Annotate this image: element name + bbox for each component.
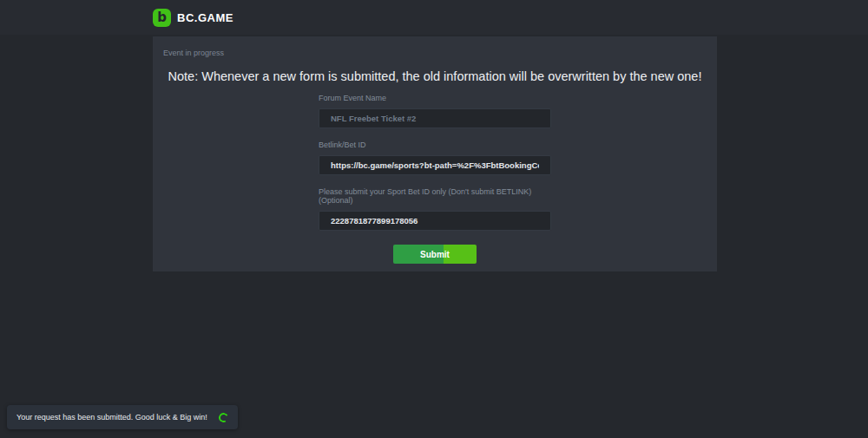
submit-button[interactable]: Submit [393,245,477,264]
forum-event-name-input[interactable] [319,108,551,128]
loading-spinner-icon [218,411,229,422]
event-status-label: Event in progress [163,49,224,57]
bcgame-logo[interactable]: b BC.GAME [153,9,233,27]
toast-message: Your request has been submitted. Good lu… [16,413,207,422]
overwrite-note: Note: Whenever a new form is submitted, … [153,69,717,83]
betlink-label: Betlink/Bet ID [319,141,551,149]
sport-bet-id-input[interactable] [319,211,551,231]
betlink-input[interactable] [319,155,551,175]
field-betlink: Betlink/Bet ID [319,141,551,175]
top-header: b BC.GAME [0,0,868,35]
field-forum-event-name: Forum Event Name [319,94,551,128]
forum-event-name-label: Forum Event Name [319,94,551,102]
event-form-panel: Event in progress Note: Whenever a new f… [153,36,717,271]
bcgame-logo-text: BC.GAME [177,11,233,24]
event-form: Forum Event Name Betlink/Bet ID Please s… [319,94,551,264]
field-sport-bet-id: Please submit your Sport Bet ID only (Do… [319,187,551,231]
sport-bet-id-label: Please submit your Sport Bet ID only (Do… [319,187,551,205]
bcgame-logo-icon: b [153,9,171,27]
success-toast: Your request has been submitted. Good lu… [7,405,238,429]
